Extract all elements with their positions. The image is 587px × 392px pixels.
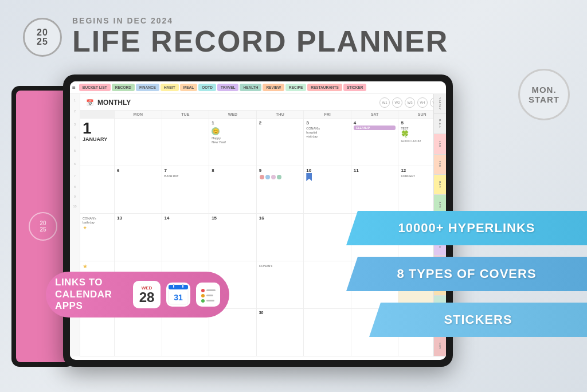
tab-record[interactable]: RECORD — [112, 84, 135, 91]
tab-habit[interactable]: HABIT — [161, 84, 179, 91]
cell-thu-23: CONAN's — [257, 261, 304, 308]
tab-health[interactable]: HEALTH — [240, 84, 261, 91]
event-new-year: HappyNew Year! — [212, 136, 254, 144]
header-text: BEGINS IN DEC 2024 LIFE RECORD PLANNER — [72, 16, 448, 58]
tab-bucketlist[interactable]: BUCKET LIST — [79, 84, 111, 91]
row-7: 7 — [74, 174, 76, 178]
calendar-day-app-icon: WED 28 — [133, 281, 161, 308]
day-28: 28 — [139, 291, 155, 304]
tab-recipe[interactable]: RECiPE — [285, 84, 306, 91]
row-10: 10 — [73, 205, 76, 208]
header-empty — [80, 111, 115, 118]
reminders-icon — [196, 283, 220, 307]
conan-bath: CONAN'sbath day — [83, 217, 112, 225]
tab-navigation: ≡ BUCKET LIST RECORD FINANCE HABIT MEAL … — [70, 81, 446, 94]
cell-fri-3: 3 CONAN'shospitalvisit day — [304, 119, 351, 166]
tab-restaurants[interactable]: RESTAURANTS — [307, 84, 342, 91]
month-name: JANUARY — [83, 136, 112, 142]
tab-review[interactable]: REVIEW — [263, 84, 284, 91]
star-icon: ✦ — [83, 225, 87, 231]
mon-start-badge: MON. START — [518, 69, 570, 120]
stickers-banner: STICKERS — [369, 303, 587, 337]
cleanup-badge: CLEANUP — [354, 126, 396, 130]
dot-2 — [265, 175, 270, 179]
star-icon-2: ★ — [83, 263, 88, 269]
conan-event: CONAN's — [259, 264, 302, 268]
cell-fri-10: 10 — [304, 166, 351, 213]
row-9: 9 — [74, 195, 76, 198]
cell-fri-17 — [304, 214, 351, 261]
month-number: 1 — [83, 120, 112, 136]
cell-tue-empty — [162, 119, 210, 166]
side-tab-mal[interactable]: M.A.L — [434, 114, 446, 134]
week-badges: W1 W2 W3 W4 W5 — [379, 97, 440, 108]
cell-thu-2: 2 — [257, 119, 304, 166]
row-8: 8 — [74, 185, 76, 189]
svg-point-13 — [201, 299, 205, 303]
links-text: LINKS TO CALENDAR APPS — [55, 277, 127, 312]
bath-day: BATH DAY — [165, 174, 207, 178]
side-tab-yearly[interactable]: YEARLY — [434, 94, 446, 114]
svg-rect-14 — [206, 289, 216, 291]
header-sat: SAT — [351, 111, 399, 118]
svg-rect-15 — [206, 295, 213, 296]
calendar-icon: 📅 — [86, 99, 94, 107]
logo-badge: 20 25 — [23, 18, 62, 57]
calendar-header-row: MON TUE WED THU FRI SAT SUN — [80, 111, 446, 119]
side-tab-jan[interactable]: JAN — [434, 134, 446, 154]
side-tab-nov[interactable]: NOV — [434, 336, 446, 356]
tab-travel[interactable]: TRAVEL — [217, 84, 239, 91]
gcal-svg: 31 — [168, 284, 189, 305]
month-label-cell: 1 JANUARY — [80, 119, 115, 166]
monthly-title: 📅 MONTHLY — [86, 99, 131, 107]
cell-label-3: CONAN'sbath day ✦ — [80, 214, 115, 261]
svg-rect-9 — [182, 285, 183, 288]
dot-3 — [271, 175, 276, 179]
cell-wed-15: 15 — [209, 214, 257, 261]
header-fri: FRI — [304, 111, 351, 118]
hyperlinks-text: 10000+ HYPERLINKS — [398, 221, 535, 236]
menu-icon: ≡ — [72, 84, 76, 91]
header-tue: TUE — [162, 111, 210, 118]
tab-sticker[interactable]: STICKER — [343, 84, 367, 91]
week-badge-2: W2 — [392, 97, 402, 108]
cell-thu-30: 30 — [257, 309, 304, 356]
cell-fri-31 — [304, 309, 351, 356]
google-calendar-icon: 31 — [166, 283, 190, 307]
cell-thu-16: 16 — [257, 214, 304, 261]
svg-point-12 — [201, 294, 205, 297]
reminders-svg — [198, 285, 218, 304]
week-badge-4: W4 — [417, 97, 428, 108]
tab-finance[interactable]: FINANCE — [136, 84, 159, 91]
side-tab-mar[interactable]: MAR — [434, 175, 446, 195]
row-4: 4 — [74, 136, 76, 139]
svg-rect-8 — [173, 285, 174, 288]
header: 20 25 BEGINS IN DEC 2024 LIFE RECORD PLA… — [23, 16, 448, 58]
svg-rect-16 — [206, 300, 214, 301]
hyperlinks-banner: 10000+ HYPERLINKS — [346, 211, 587, 245]
row-5: 5 — [74, 149, 76, 152]
mon-label: MON. — [531, 85, 556, 95]
cell-thu-9: 9 — [257, 166, 304, 213]
covers-text: 8 TYPES OF COVERS — [397, 266, 536, 281]
calendar-row-1: 1 JANUARY 1 😊 HappyNew Year! — [80, 119, 446, 166]
event-conan: CONAN'shospitalvisit day — [306, 127, 349, 139]
stickers-text: STICKERS — [444, 312, 512, 327]
svg-text:31: 31 — [174, 293, 183, 302]
cell-wed-8: 8 — [209, 166, 257, 213]
cell-label-2 — [80, 166, 115, 213]
tab-ootd[interactable]: OOTD — [198, 84, 216, 91]
dot-1 — [260, 175, 264, 179]
logo-year-top: 20 — [37, 28, 48, 37]
week-badge-3: W3 — [405, 97, 415, 108]
side-tab-feb[interactable]: FEB — [434, 155, 446, 175]
logo-year-bottom: 25 — [37, 37, 48, 46]
cell-mon-13: 13 — [115, 214, 162, 261]
begins-label: BEGINS IN DEC 2024 — [72, 16, 448, 25]
tab-meal[interactable]: MEAL — [180, 84, 197, 91]
cell-mon-6: 6 — [115, 166, 162, 213]
svg-point-11 — [201, 289, 205, 292]
header-mon: MON — [115, 111, 162, 118]
row-1: 1 — [74, 99, 76, 102]
svg-rect-5 — [169, 285, 188, 289]
